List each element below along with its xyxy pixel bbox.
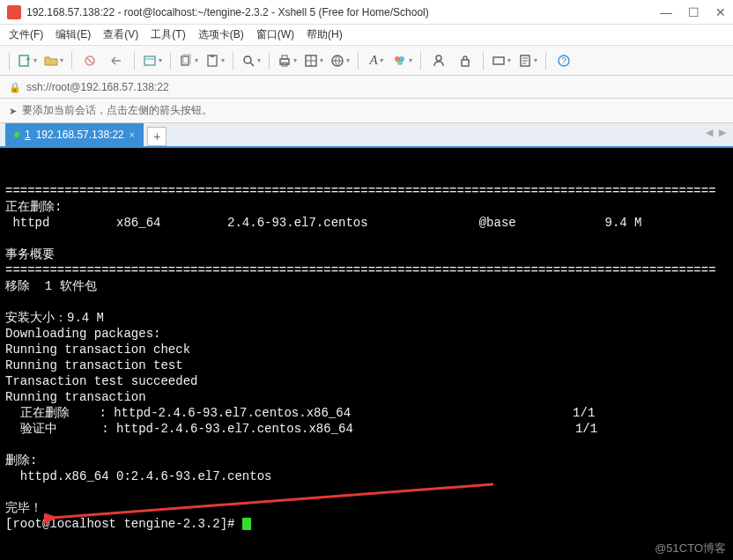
menu-view[interactable]: 查看(V)	[103, 27, 138, 42]
svg-rect-6	[211, 55, 214, 57]
menu-help[interactable]: 帮助(H)	[307, 27, 343, 42]
separator	[134, 52, 135, 70]
hint-text: 要添加当前会话，点击左侧的箭头按钮。	[22, 103, 212, 118]
encoding-button[interactable]	[329, 50, 351, 71]
separator	[170, 52, 171, 70]
separator	[269, 52, 270, 70]
paste-button[interactable]	[204, 50, 226, 71]
separator	[483, 52, 484, 70]
addressbar: ssh://root@192.168.57.138:22	[0, 76, 733, 99]
svg-rect-18	[493, 57, 504, 64]
svg-point-15	[397, 60, 403, 65]
separator	[71, 52, 72, 70]
svg-rect-0	[19, 55, 28, 66]
terminal[interactable]: ========================================…	[0, 148, 733, 560]
toolbar: A ?	[0, 46, 733, 76]
separator	[233, 52, 233, 70]
app-icon	[7, 5, 21, 19]
help-button[interactable]: ?	[553, 50, 574, 71]
arrow-icon[interactable]	[9, 105, 17, 117]
separator	[358, 52, 359, 70]
menu-tabs[interactable]: 选项卡(B)	[198, 27, 244, 42]
new-button[interactable]	[17, 50, 38, 71]
maximize-button[interactable]: ☐	[688, 5, 700, 19]
svg-rect-17	[462, 60, 469, 66]
view-button[interactable]	[491, 50, 512, 71]
svg-point-16	[436, 55, 441, 61]
separator	[420, 52, 421, 70]
lock-icon	[9, 81, 21, 93]
terminal-output: ========================================…	[5, 167, 728, 532]
profiles-button[interactable]	[142, 50, 163, 71]
titlebar: 192.168.57.138:22 - root@localhost:~/ten…	[0, 0, 733, 25]
svg-point-7	[244, 56, 251, 63]
svg-rect-2	[144, 56, 155, 65]
color-button[interactable]	[392, 50, 413, 71]
separator	[545, 52, 546, 70]
svg-text:?: ?	[561, 56, 566, 66]
hintbar: 要添加当前会话，点击左侧的箭头按钮。	[0, 99, 733, 123]
copy-button[interactable]	[178, 50, 199, 71]
font-button[interactable]: A	[366, 50, 387, 71]
open-button[interactable]	[43, 50, 64, 71]
tab-nav-arrows[interactable]: ◀ ▶	[706, 127, 728, 138]
menu-edit[interactable]: 编辑(E)	[56, 27, 91, 42]
menubar: 文件(F) 编辑(E) 查看(V) 工具(T) 选项卡(B) 窗口(W) 帮助(…	[0, 25, 733, 46]
close-button[interactable]: ✕	[715, 5, 726, 19]
key-button[interactable]	[455, 50, 476, 71]
separator	[9, 52, 10, 70]
tab-close-icon[interactable]: ×	[130, 129, 135, 140]
layout-button[interactable]	[303, 50, 324, 71]
status-dot-icon	[14, 132, 19, 137]
tab-row: 1 192.168.57.138:22 × + ◀ ▶	[0, 123, 733, 148]
add-tab-button[interactable]: +	[147, 127, 167, 146]
tab-index: 1	[25, 129, 31, 141]
user-button[interactable]	[428, 50, 449, 71]
address-text[interactable]: ssh://root@192.168.57.138:22	[26, 81, 169, 93]
minimize-button[interactable]: —	[660, 5, 672, 19]
reconnect-button[interactable]	[79, 50, 100, 71]
find-button[interactable]	[241, 50, 262, 71]
menu-file[interactable]: 文件(F)	[9, 27, 43, 42]
menu-window[interactable]: 窗口(W)	[256, 27, 294, 42]
session-tab[interactable]: 1 192.168.57.138:22 ×	[5, 123, 144, 146]
tab-label: 192.168.57.138:22	[36, 129, 124, 141]
disconnect-button[interactable]	[106, 50, 127, 71]
watermark: @51CTO博客	[655, 541, 726, 556]
script-button[interactable]	[517, 50, 538, 71]
window-title: 192.168.57.138:22 - root@localhost:~/ten…	[26, 6, 660, 18]
cursor-block	[242, 518, 251, 530]
menu-tools[interactable]: 工具(T)	[151, 27, 185, 42]
print-button[interactable]	[277, 50, 298, 71]
